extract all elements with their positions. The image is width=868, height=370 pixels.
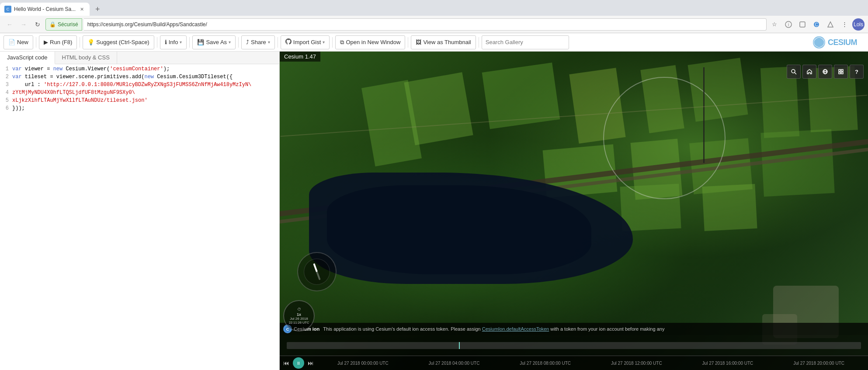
extension-2[interactable]	[796, 18, 809, 31]
new-label: New	[17, 39, 28, 45]
clock-speed-widget: ⏱ 1x Jul 26 2018 22:11:26 UTC	[283, 300, 315, 332]
help-control-button[interactable]: ?	[850, 65, 864, 79]
skip-forward-button[interactable]: ⏭	[308, 360, 314, 367]
js-tab-label: JavaScript code	[7, 54, 48, 61]
extension-3[interactable]: C	[810, 18, 823, 31]
html-tab-label: HTML body & CSS	[62, 54, 110, 61]
skip-back-button[interactable]: ⏮	[283, 360, 289, 367]
timeline-position-marker	[459, 342, 460, 349]
cesium-logo: CESIUM	[812, 35, 865, 49]
tl-date-2: Jul 27 2018 08:00:00 UTC	[520, 361, 571, 366]
run-button[interactable]: ▶ Run (F8)	[39, 35, 77, 49]
tl-date-1: Jul 27 2018 04:00:00 UTC	[429, 361, 480, 366]
share-icon: ⤴	[246, 39, 249, 45]
clock-time-display: 22:11:26 UTC	[289, 321, 309, 325]
settings-button[interactable]: ⋮	[838, 18, 851, 31]
thumbnail-icon: 🖼	[416, 39, 421, 45]
line-content: url : 'http://127.0.0.1:8080/MURlcyBDZwR…	[12, 82, 279, 90]
save-as-label: Save As	[206, 39, 227, 45]
tab-favicon: C	[4, 6, 11, 13]
cesium-viewer-panel: Cesium 1.47	[280, 52, 868, 370]
svg-text:i: i	[788, 22, 789, 27]
home-control-button[interactable]	[802, 65, 816, 79]
suggest-label: Suggest (Ctrl-Space)	[96, 39, 149, 45]
compass-widget[interactable]	[297, 252, 337, 291]
cesium-ion-message: This application is using Cesium's defau…	[323, 326, 865, 332]
tab-html-css[interactable]: HTML body & CSS	[55, 52, 117, 64]
new-icon: 📄	[8, 39, 15, 45]
speed-display: 1x	[297, 312, 301, 317]
view-thumbnail-button[interactable]: 🖼 View as Thumbnail	[411, 35, 476, 49]
timeline-labels: Jul 27 2018 00:00:00 UTC Jul 27 2018 04:…	[317, 361, 865, 366]
open-window-label: Open in New Window	[346, 39, 400, 45]
open-window-button[interactable]: ⧉ Open in New Window	[335, 35, 405, 49]
cesium-map-view[interactable]	[280, 52, 868, 370]
tab-close-button[interactable]: ✕	[78, 6, 85, 13]
line-number: 4	[0, 90, 12, 97]
separator-9	[479, 37, 479, 48]
timeline-track-bar	[280, 335, 868, 356]
code-line-5: 5 xLjkzXihfLTAuMjYwX1lfLTAuNDUz/tileset.…	[0, 97, 279, 105]
info-button[interactable]: ℹ Info ▾	[160, 35, 187, 49]
extension-4[interactable]	[824, 18, 837, 31]
url-bar[interactable]	[84, 18, 767, 31]
layers-control-button[interactable]	[834, 65, 848, 79]
security-indicator[interactable]: 🔒 Sécurisé	[45, 18, 82, 31]
back-button[interactable]: ←	[3, 18, 16, 31]
code-line-6: 6 }));	[0, 105, 279, 113]
search-gallery-input[interactable]	[482, 35, 569, 49]
svg-rect-14	[839, 72, 840, 74]
svg-point-7	[792, 69, 795, 73]
svg-text:CESIUM: CESIUM	[828, 38, 857, 47]
cesium-ctrl-row: ?	[787, 65, 864, 79]
active-tab[interactable]: C Hello World - Cesium Sa... ✕	[0, 3, 90, 16]
pause-button[interactable]: ⏸	[293, 357, 304, 369]
security-label: Sécurisé	[58, 21, 78, 28]
code-editor[interactable]: 1 var viewer = new Cesium.Viewer('cesium…	[0, 64, 279, 370]
svg-line-8	[795, 73, 796, 74]
info-label: Info	[169, 39, 178, 45]
share-button[interactable]: ⤴ Share ▾	[241, 35, 275, 49]
main-content: JavaScript code HTML body & CSS 1 var vi…	[0, 52, 868, 370]
cesium-ion-link-1[interactable]: CesiumIon.defaultAccessToken	[482, 326, 549, 332]
line-number: 6	[0, 105, 12, 113]
new-button[interactable]: 📄 New	[3, 35, 33, 49]
code-tabs: JavaScript code HTML body & CSS	[0, 52, 279, 64]
import-gist-label: Import Gist	[293, 39, 321, 45]
code-line-1: 1 var viewer = new Cesium.Viewer('cesium…	[0, 66, 279, 74]
run-icon: ▶	[44, 39, 48, 45]
sandcastle-toolbar: 📄 New ▶ Run (F8) 💡 Suggest (Ctrl-Space) …	[0, 33, 868, 52]
user-initial: Lols	[854, 21, 863, 28]
forward-button[interactable]: →	[17, 18, 30, 31]
new-tab-button[interactable]: +	[91, 3, 104, 15]
reload-button[interactable]: ↻	[31, 18, 44, 31]
bookmark-button[interactable]: ☆	[768, 18, 781, 31]
nav-bar: ← → ↻ 🔒 Sécurisé ☆ i C ⋮ Lols	[0, 16, 868, 33]
search-control-button[interactable]	[787, 65, 801, 79]
import-gist-button[interactable]: Import Gist ▾	[281, 35, 330, 49]
help-icon: ?	[855, 69, 858, 75]
clock-date-display: Jul 26 2018	[290, 317, 308, 321]
separator-5	[238, 37, 239, 48]
open-window-icon: ⧉	[340, 39, 344, 46]
compass-outer	[297, 252, 337, 291]
clock-circle[interactable]: ⏱ 1x Jul 26 2018 22:11:26 UTC	[283, 300, 315, 332]
tl-date-3: Jul 27 2018 12:00:00 UTC	[611, 361, 662, 366]
cesium-controls: ?	[787, 65, 864, 79]
user-avatar[interactable]: Lols	[852, 18, 865, 31]
info-icon: ℹ	[165, 39, 167, 45]
globe-control-button[interactable]	[818, 65, 832, 79]
github-icon	[285, 38, 292, 46]
line-number: 3	[0, 82, 12, 90]
suggest-button[interactable]: 💡 Suggest (Ctrl-Space)	[83, 35, 154, 49]
save-dropdown-arrow: ▾	[229, 40, 231, 45]
timeline-scrubber[interactable]	[287, 342, 861, 349]
extension-1[interactable]: i	[782, 18, 795, 31]
cesium-timeline: ⏮ ⏸ ⏭ Jul 27 2018 00:00:00 UTC Jul 27 20…	[280, 335, 868, 370]
code-line-2: 2 var tileset = viewer.scene.primitives.…	[0, 74, 279, 82]
separator-4	[189, 37, 190, 48]
code-line-3: 3 url : 'http://127.0.0.1:8080/MURlcyBDZ…	[0, 82, 279, 90]
tab-javascript[interactable]: JavaScript code	[0, 52, 55, 64]
save-as-button[interactable]: 💾 Save As ▾	[192, 35, 236, 49]
gist-dropdown-arrow: ▾	[323, 40, 325, 45]
